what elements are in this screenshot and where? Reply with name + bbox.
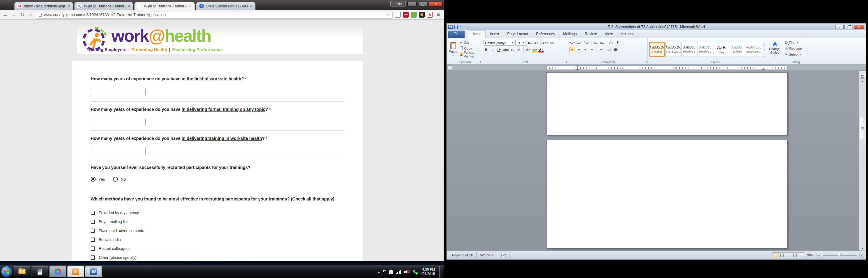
change-case-button[interactable]: Aa▾ [542,40,548,46]
bullets-button[interactable]: •≡▾ [569,40,575,45]
format-painter-button[interactable]: Format Painter [460,52,480,57]
dialog-launcher-icon[interactable] [564,61,567,63]
text-effects-button[interactable]: A▾ [525,47,531,53]
outline-view-button[interactable] [792,253,798,258]
document-page-2[interactable] [546,140,787,248]
tab-view[interactable]: View [601,31,617,38]
evernote-extension-icon[interactable] [411,12,417,18]
bold-button[interactable]: B [484,47,489,53]
line-spacing-button[interactable]: ↕≡▾ [598,47,603,52]
zoom-out-button[interactable]: – [816,253,821,257]
split-handle[interactable] [860,71,865,73]
clear-formatting-button[interactable]: Aa [549,40,555,46]
style-subtle-emphasis[interactable]: AaBbCcDcSubtle Em... [746,42,761,57]
numbering-button[interactable]: 1≡▾ [576,40,582,45]
align-center-button[interactable]: ≡ [576,47,582,52]
underline-button[interactable]: U▾ [496,47,502,53]
shading-button[interactable]: ▾ [607,47,613,52]
page-indicator[interactable]: Page: 3 of 10 [448,252,477,258]
home-icon[interactable]: ⌂ [28,12,34,18]
increase-indent-button[interactable]: »≡ [599,40,605,45]
ruler-toggle-button[interactable] [860,74,865,79]
cut-button[interactable]: ✂Cut [460,40,480,45]
first-line-indent-marker[interactable] [576,66,579,68]
restore-button[interactable] [844,25,853,29]
acrobat-extension-icon[interactable]: A [427,12,433,18]
zoom-in-button[interactable]: + [859,253,864,257]
styles-gallery-scrollbar[interactable]: ▴ ▾ ▾ [762,42,766,57]
power-plug-icon[interactable] [389,270,393,274]
cast-extension-icon[interactable] [395,12,401,18]
tab-surveygizmo-admin[interactable]: Sg W@H2 Train-the-Trainer A × [74,2,133,10]
style-heading-1[interactable]: AaBbCcHeading 1 [681,42,697,57]
style-normal[interactable]: AaBbCcDc¶ Normal [649,42,665,57]
tab-stop-selector[interactable] [447,66,452,70]
other-specify-input[interactable] [141,254,195,261]
owl-extension-icon[interactable] [419,12,425,18]
sort-button[interactable]: A↓ [609,40,614,45]
q2-years-input[interactable] [91,118,146,126]
zoom-percentage[interactable]: 90% [807,253,814,257]
justify-button[interactable]: ≡ [589,47,594,52]
tab-close-icon[interactable]: × [250,4,252,8]
scroll-up-icon[interactable]: ▴ [764,43,764,45]
zoom-slider[interactable] [823,255,857,256]
print-layout-view-button[interactable] [772,253,779,258]
shrink-font-button[interactable]: A▾ [533,40,539,46]
spellcheck-status[interactable]: ✓ [498,252,509,258]
back-icon[interactable]: ← [2,12,9,18]
tab-omb-submissions[interactable]: S OMB Submission(s) - All D × [196,2,255,10]
qat-customize-icon[interactable]: ▾ [468,26,469,28]
copy-button[interactable]: Copy [460,46,480,51]
forward-icon[interactable]: → [11,12,17,18]
maximize-button[interactable]: ▢ [418,1,428,6]
find-button[interactable]: Find▾ [785,40,802,45]
close-button[interactable]: × [854,25,864,29]
reload-icon[interactable]: ↻ [19,12,25,18]
multilevel-list-button[interactable]: ⋮≡▾ [583,40,590,45]
scroll-up-icon[interactable]: ▲ [862,80,864,82]
borders-button[interactable]: ⊞▾ [613,47,619,52]
url-text[interactable]: www.surveygizmo.com/s3/1924167/W-H2-Trai… [44,13,383,17]
dialog-launcher-icon[interactable] [779,61,782,63]
word-app-icon[interactable]: W [448,25,453,29]
chrome-menu-icon[interactable]: ≡ [435,12,442,18]
web-layout-view-button[interactable] [785,253,792,258]
highlight-color-button[interactable]: ab▾ [532,47,537,53]
checkbox-social-media[interactable] [91,238,95,242]
show-paragraph-marks-button[interactable]: ¶ [615,40,621,45]
ruler-band[interactable]: 1 2 3 4 5 6 7 [546,66,787,70]
start-button[interactable] [1,266,12,277]
scroll-down-icon[interactable]: ▼ [862,247,864,250]
superscript-button[interactable]: x² [516,47,522,53]
taskbar-calculator-button[interactable] [32,266,48,277]
select-button[interactable]: ↖Select▾ [785,52,802,57]
change-styles-button[interactable]: A Change Styles ▾ [768,39,781,60]
show-desktop-button[interactable] [439,266,442,278]
address-bar[interactable]: www.surveygizmo.com/s3/1924167/W-H2-Trai… [36,11,393,19]
paste-dropdown-icon[interactable]: ▾ [453,54,454,57]
grow-font-button[interactable]: A▴ [527,40,532,46]
style-title[interactable]: AaBTitle [714,42,729,57]
replace-button[interactable]: abReplace [785,46,802,51]
vertical-scrollbar[interactable]: ▲ ▼ [859,71,866,250]
full-screen-reading-view-button[interactable] [779,253,785,258]
dialog-launcher-icon[interactable] [644,61,647,63]
checkbox-paid-advertisements[interactable] [91,229,95,233]
taskbar-chrome-button[interactable] [50,266,66,277]
save-icon[interactable] [454,25,458,29]
subscript-button[interactable]: x₂ [510,47,515,53]
checkbox-provided-by-agency[interactable] [91,211,95,215]
radio-yes[interactable] [91,177,96,182]
checkbox-recruit-colleagues[interactable] [91,246,95,251]
tab-close-icon[interactable]: × [127,4,130,8]
tab-home[interactable]: Home [467,30,486,38]
volume-muted-icon[interactable] [404,269,409,274]
minimize-button[interactable]: – [407,1,417,6]
scroll-down-icon[interactable]: ▾ [764,48,764,51]
dialog-launcher-icon[interactable] [478,61,481,63]
chrome-profile-button[interactable]: Livia [391,1,406,6]
taskbar-explorer-button[interactable] [13,266,30,277]
tab-acrobat[interactable]: Acrobat [617,31,638,38]
draft-view-button[interactable] [798,253,805,258]
